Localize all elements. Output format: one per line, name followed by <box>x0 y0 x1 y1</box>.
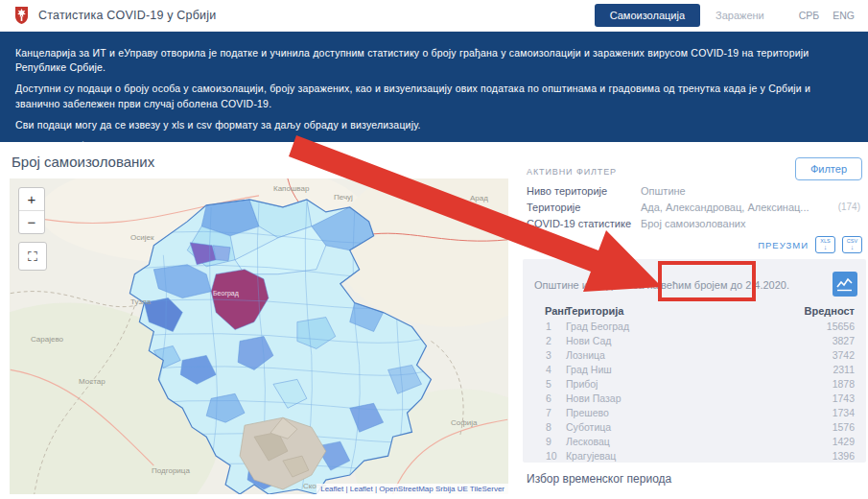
download-arrow-icon: ↓ <box>824 245 828 250</box>
download-xls-button[interactable]: XLS ↓ <box>815 236 835 253</box>
active-filter-label: АКТИВНИ ФИЛТЕР <box>527 167 617 177</box>
territory-count: (174) <box>838 202 860 212</box>
filter-button[interactable]: Филтер <box>795 157 862 180</box>
header-brand: Статистика COVID-19 у Србији <box>13 6 216 25</box>
table-row: 2Нови Сад3827 <box>523 335 866 349</box>
table-row: 4Град Ниш2311 <box>523 364 866 378</box>
lang-srb-button[interactable]: СРБ <box>799 10 819 21</box>
lang-eng-button[interactable]: ENG <box>833 10 855 21</box>
map-attribution[interactable]: Leaflet | Leaflet | OpenStreetMap Srbija… <box>317 484 508 494</box>
zoom-in-button[interactable]: + <box>19 188 44 211</box>
table-row: 9Лесковац1429 <box>523 436 866 450</box>
table-row: 5Прибој1878 <box>523 378 866 392</box>
banner-paragraph: Позивамо грађане да користе ове податке … <box>15 139 853 154</box>
fullscreen-button[interactable]: ⛶ <box>18 242 47 271</box>
filter-row-value: Ада, Александровац, Алексинац... <box>641 202 809 213</box>
ranking-card-title: Општине и градови са највећим бројем до … <box>534 279 789 291</box>
filter-row-value: Број самоизолованих <box>641 218 745 229</box>
download-arrow-icon: ↓ <box>851 245 855 250</box>
table-row: 10Крагујевац1396 <box>523 450 866 464</box>
tab-infected[interactable]: Заражени <box>716 10 764 21</box>
table-row: 8Суботица1576 <box>523 421 866 436</box>
banner-paragraph: Сви подаци могу да се извезу у xls и csv… <box>15 118 853 132</box>
column-header-rank: Ранг <box>545 305 569 317</box>
download-csv-button[interactable]: CSV ↓ <box>842 236 862 253</box>
column-header-territory: Територија <box>566 305 623 317</box>
banner-paragraph: Доступни су подаци о броју особа у самои… <box>15 82 853 110</box>
filter-row-label: Територије <box>527 202 580 213</box>
header-nav: Самоизолација Заражени СРБ ENG <box>595 4 855 27</box>
filter-row-value: Општине <box>641 185 686 197</box>
filter-row-label: COVID-19 статистике <box>527 218 631 229</box>
line-chart-icon <box>836 275 854 293</box>
time-period-label: Избор временског периода <box>527 472 671 486</box>
page-title: Статистика COVID-19 у Србији <box>38 9 216 22</box>
coat-of-arms-icon <box>13 6 30 25</box>
table-row: 1Град Београд15656 <box>523 321 866 335</box>
info-banner: Канцеларија за ИТ и еУправу отворила је … <box>0 32 868 142</box>
table-row: 3Лозница3742 <box>523 349 866 364</box>
map-section-title: Број самоизолованих <box>12 154 154 170</box>
covid-dashboard: Статистика COVID-19 у Србији Самоизолаци… <box>0 0 868 499</box>
table-row: 6Нови Пазар1743 <box>523 392 866 407</box>
filter-row-label: Ниво територије <box>527 185 607 197</box>
table-row: 7Прешево1734 <box>523 407 866 421</box>
column-header-value: Вредност <box>805 305 856 317</box>
serbia-choropleth-map <box>10 178 508 494</box>
app-header: Статистика COVID-19 у Србији Самоизолаци… <box>0 0 868 32</box>
chart-view-button[interactable] <box>833 272 857 297</box>
banner-paragraph: Канцеларија за ИТ и еУправу отворила је … <box>15 46 853 75</box>
tab-self-isolation[interactable]: Самоизолација <box>595 4 700 27</box>
download-row: ПРЕУЗМИ XLS ↓ CSV ↓ <box>758 236 862 253</box>
map-controls: + − ⛶ <box>18 187 47 271</box>
leaflet-map[interactable]: Капошвар Печуј Сегедин Арад Осијек Тузла… <box>10 178 508 494</box>
download-label[interactable]: ПРЕУЗМИ <box>758 240 809 250</box>
zoom-out-button[interactable]: − <box>19 211 44 233</box>
ranking-card: Општине и градови са највећим бројем до … <box>523 259 866 463</box>
